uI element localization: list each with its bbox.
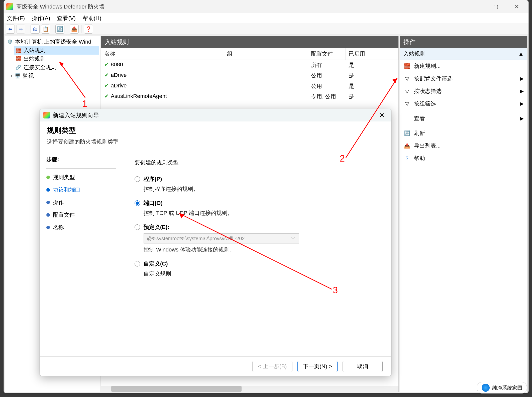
window-controls: — ▢ ✕	[468, 3, 526, 11]
filter-icon: ▽	[403, 88, 410, 94]
check-icon: ✔	[104, 61, 109, 68]
filter-icon: ▽	[403, 101, 410, 107]
connsec-icon: 🔗	[15, 65, 22, 70]
action-filter-group[interactable]: ▽ 按组筛选 ▶	[400, 97, 527, 110]
next-button[interactable]: 下一页(N) >	[297, 361, 338, 372]
forward-button[interactable]: ➡	[16, 25, 25, 34]
steps-label: 步骤:	[46, 156, 116, 163]
center-title: 入站规则	[101, 36, 398, 48]
radio-predefined-input[interactable]	[135, 224, 140, 230]
refresh-icon: 🔄	[403, 130, 410, 136]
new-rule-wizard-dialog: 新建入站规则向导 ✕ 规则类型 选择要创建的防火墙规则类型 步骤: 规则类型 协…	[40, 109, 391, 376]
action-export[interactable]: 📤 导出列表...	[400, 140, 527, 152]
horizontal-scrollbar[interactable]	[101, 386, 398, 392]
cancel-button[interactable]: 取消	[343, 361, 383, 372]
firewall-icon: 🛡️	[7, 39, 13, 45]
radio-program-input[interactable]	[135, 176, 140, 182]
action-refresh[interactable]: 🔄 刷新	[400, 127, 527, 140]
chevron-right-icon: ▶	[520, 116, 524, 121]
tree-inbound-rules[interactable]: 🧱 入站规则	[14, 46, 99, 55]
maximize-button[interactable]: ▢	[489, 3, 502, 11]
radio-port[interactable]: 端口(O)	[135, 199, 379, 207]
radio-program[interactable]: 程序(P)	[135, 175, 379, 183]
chevron-right-icon: ▶	[520, 88, 524, 94]
table-row[interactable]: ✔aDrive公用是	[101, 81, 398, 91]
chevron-right-icon: ▶	[520, 101, 524, 106]
action-new-rule[interactable]: 🧱 新建规则...	[400, 60, 527, 72]
toolbar-export-icon[interactable]: 📤	[70, 25, 79, 34]
firewall-app-icon	[6, 3, 13, 10]
wizard-steps: 步骤: 规则类型 协议和端口 操作 配置文件 名称	[40, 151, 123, 356]
menu-action[interactable]: 操作(A)	[32, 15, 50, 22]
toolbar-refresh-icon[interactable]: 🔄	[55, 25, 64, 34]
check-icon: ✔	[104, 82, 109, 89]
action-filter-state[interactable]: ▽ 按状态筛选 ▶	[400, 85, 527, 97]
wizard-content: 要创建的规则类型 程序(P) 控制程序连接的规则。 端口(O) 控制 TCP 或…	[123, 151, 391, 356]
back-button[interactable]: ⬅	[6, 25, 15, 34]
watermark-icon	[482, 384, 490, 392]
watermark: 纯净系统家园	[477, 382, 527, 393]
step-protocol-port[interactable]: 协议和端口	[46, 184, 116, 196]
toolbar-action-icon[interactable]: 🗂	[31, 25, 40, 34]
tree-outbound-rules[interactable]: 🧱 出站规则	[14, 55, 99, 63]
tree-root[interactable]: 🛡️ 本地计算机 上的高级安全 Wind	[6, 38, 99, 46]
step-rule-type[interactable]: 规则类型	[46, 171, 116, 184]
monitor-icon: 🖥️	[14, 73, 21, 79]
col-group[interactable]: 组	[224, 48, 308, 60]
table-row[interactable]: ✔aDrive公用是	[101, 70, 398, 81]
expand-icon[interactable]: ›	[11, 73, 12, 79]
toolbar-properties-icon[interactable]: 📋	[41, 25, 50, 34]
wizard-title-text: 新建入站规则向导	[53, 111, 376, 119]
help-icon: ?	[403, 155, 410, 161]
step-name[interactable]: 名称	[46, 221, 116, 234]
wizard-icon	[43, 112, 50, 118]
minimize-button[interactable]: —	[468, 3, 481, 11]
action-filter-profile[interactable]: ▽ 按配置文件筛选 ▶	[400, 72, 527, 85]
outbound-icon: 🧱	[15, 56, 22, 62]
wizard-prompt: 要创建的规则类型	[135, 159, 379, 166]
close-button[interactable]: ✕	[510, 3, 523, 11]
export-icon: 📤	[403, 143, 410, 149]
col-enabled[interactable]: 已启用	[346, 48, 398, 60]
inbound-icon: 🧱	[15, 48, 22, 53]
wizard-body: 步骤: 规则类型 协议和端口 操作 配置文件 名称 要创建的规则类型 程序(P)…	[40, 151, 391, 356]
menubar: 文件(F) 操作(A) 查看(V) 帮助(H)	[4, 13, 528, 23]
menu-view[interactable]: 查看(V)	[57, 15, 75, 22]
radio-custom-desc: 自定义规则。	[144, 270, 379, 278]
table-row[interactable]: ✔8080所有是	[101, 60, 398, 70]
wizard-titlebar: 新建入站规则向导 ✕	[40, 109, 391, 121]
tree-monitor[interactable]: › 🖥️ 监视	[14, 72, 99, 80]
wizard-footer: < 上一步(B) 下一页(N) > 取消	[40, 356, 391, 376]
menu-help[interactable]: 帮助(H)	[83, 15, 101, 22]
wizard-heading: 规则类型	[47, 125, 384, 136]
check-icon: ✔	[104, 72, 109, 78]
filter-icon: ▽	[403, 76, 410, 82]
toolbar-help-icon[interactable]: ❓	[84, 25, 93, 34]
table-row[interactable]: ✔AsusLinkRemoteAgent专用, 公用是	[101, 91, 398, 102]
wizard-subheading: 选择要创建的防火墙规则类型	[47, 138, 384, 146]
back-button[interactable]: < 上一步(B)	[252, 361, 292, 372]
chevron-down-icon: ﹀	[291, 235, 296, 242]
tree-connection-security[interactable]: 🔗 连接安全规则	[14, 63, 99, 72]
chevron-right-icon: ▶	[520, 76, 524, 81]
check-icon: ✔	[104, 93, 109, 99]
radio-custom[interactable]: 自定义(C)	[135, 260, 379, 268]
radio-predefined-desc: 控制 Windows 体验功能连接的规则。	[144, 246, 379, 253]
radio-predefined[interactable]: 预定义(E):	[135, 223, 379, 231]
action-help[interactable]: ? 帮助	[400, 152, 527, 165]
col-name[interactable]: 名称	[101, 48, 224, 60]
col-profile[interactable]: 配置文件	[308, 48, 346, 60]
action-view[interactable]: 查看 ▶	[400, 112, 527, 125]
radio-custom-input[interactable]	[135, 261, 140, 267]
wizard-close-button[interactable]: ✕	[376, 111, 388, 120]
column-headers: 名称 组 配置文件 已启用	[101, 48, 398, 60]
collapse-icon[interactable]: ▲	[518, 51, 524, 57]
step-profile[interactable]: 配置文件	[46, 209, 116, 221]
radio-port-input[interactable]	[135, 200, 140, 206]
step-action[interactable]: 操作	[46, 196, 116, 209]
predefined-combo[interactable]: @%systemroot%\system32\provsvc.dll,-202 …	[144, 233, 299, 243]
titlebar: 高级安全 Windows Defender 防火墙 — ▢ ✕	[4, 0, 528, 13]
menu-file[interactable]: 文件(F)	[7, 15, 25, 22]
actions-title: 操作	[400, 36, 527, 48]
radio-program-desc: 控制程序连接的规则。	[144, 185, 379, 193]
